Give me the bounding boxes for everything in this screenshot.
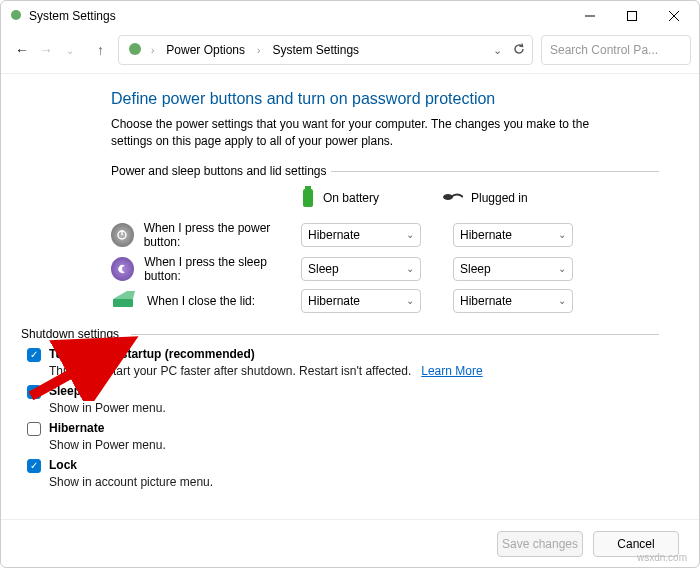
minimize-button[interactable]: [569, 1, 611, 31]
column-headers: On battery Plugged in: [111, 186, 659, 211]
address-bar[interactable]: › Power Options › System Settings ⌄: [118, 35, 533, 65]
app-icon: [9, 8, 23, 25]
lock-option-desc: Show in account picture menu.: [49, 475, 659, 489]
chevron-down-icon: ⌄: [558, 263, 566, 274]
section-power-label: Power and sleep buttons and lid settings: [111, 164, 659, 178]
setting-row-sleep-button: When I press the sleep button: Sleep⌄ Sl…: [111, 255, 659, 283]
power-icon: [111, 223, 134, 247]
svg-rect-11: [113, 299, 133, 307]
chevron-right-icon[interactable]: ›: [149, 45, 156, 56]
svg-point-0: [11, 10, 21, 20]
fast-startup-checkbox[interactable]: ✓: [27, 348, 41, 362]
column-plugged-label: Plugged in: [471, 191, 528, 205]
sleep-button-plugged-select[interactable]: Sleep⌄: [453, 257, 573, 281]
chevron-down-icon: ⌄: [406, 229, 414, 240]
lock-checkbox[interactable]: ✓: [27, 459, 41, 473]
refresh-icon[interactable]: [512, 42, 526, 59]
lid-battery-select[interactable]: Hibernate⌄: [301, 289, 421, 313]
address-bar-icon: [127, 41, 143, 60]
sleep-checkbox[interactable]: ✓: [27, 385, 41, 399]
search-input[interactable]: Search Control Pa...: [541, 35, 691, 65]
power-button-plugged-select[interactable]: Hibernate⌄: [453, 223, 573, 247]
svg-rect-2: [628, 12, 637, 21]
sleep-button-battery-select[interactable]: Sleep⌄: [301, 257, 421, 281]
sleep-icon: [111, 257, 134, 281]
chevron-down-icon: ⌄: [558, 295, 566, 306]
row-label: When I close the lid:: [147, 294, 255, 308]
battery-icon: [301, 186, 315, 211]
breadcrumb-item[interactable]: Power Options: [162, 41, 249, 59]
window-titlebar: System Settings: [1, 1, 699, 31]
main-content: Define power buttons and turn on passwor…: [1, 74, 699, 511]
plug-icon: [441, 190, 463, 207]
learn-more-link[interactable]: Learn More: [421, 364, 482, 378]
svg-point-5: [129, 43, 141, 55]
column-battery-label: On battery: [323, 191, 379, 205]
chevron-down-icon: ⌄: [406, 295, 414, 306]
svg-rect-7: [303, 189, 313, 207]
up-button[interactable]: ↑: [91, 42, 110, 58]
save-button[interactable]: Save changes: [497, 531, 583, 557]
maximize-button[interactable]: [611, 1, 653, 31]
page-heading: Define power buttons and turn on passwor…: [111, 90, 659, 108]
close-button[interactable]: [653, 1, 695, 31]
hibernate-checkbox[interactable]: [27, 422, 41, 436]
lid-plugged-select[interactable]: Hibernate⌄: [453, 289, 573, 313]
nav-bar: ← → ⌄ ↑ › Power Options › System Setting…: [1, 31, 699, 74]
hibernate-option-desc: Show in Power menu.: [49, 438, 659, 452]
chevron-down-icon[interactable]: ⌄: [493, 44, 502, 57]
watermark: wsxdn.com: [637, 552, 687, 563]
lock-option-label: Lock: [49, 458, 77, 472]
section-shutdown-label: Shutdown settings: [21, 327, 659, 341]
fast-startup-desc: This helps start your PC faster after sh…: [49, 364, 411, 378]
search-placeholder: Search Control Pa...: [550, 43, 658, 57]
breadcrumb-item[interactable]: System Settings: [268, 41, 363, 59]
lid-icon: [111, 289, 137, 312]
forward-button[interactable]: →: [37, 41, 55, 59]
window-title: System Settings: [29, 9, 116, 23]
recent-dropdown-icon[interactable]: ⌄: [61, 41, 79, 59]
chevron-down-icon: ⌄: [558, 229, 566, 240]
row-label: When I press the power button:: [144, 221, 301, 249]
chevron-down-icon: ⌄: [406, 263, 414, 274]
chevron-right-icon[interactable]: ›: [255, 45, 262, 56]
dialog-footer: Save changes Cancel: [1, 519, 699, 567]
svg-rect-6: [305, 186, 311, 189]
setting-row-lid: When I close the lid: Hibernate⌄ Hiberna…: [111, 289, 659, 313]
back-button[interactable]: ←: [13, 41, 31, 59]
fast-startup-label: Turn on fast startup (recommended): [49, 347, 255, 361]
row-label: When I press the sleep button:: [144, 255, 301, 283]
page-description: Choose the power settings that you want …: [111, 116, 631, 150]
hibernate-option-label: Hibernate: [49, 421, 104, 435]
sleep-option-desc: Show in Power menu.: [49, 401, 659, 415]
sleep-option-label: Sleep: [49, 384, 81, 398]
setting-row-power-button: When I press the power button: Hibernate…: [111, 221, 659, 249]
power-button-battery-select[interactable]: Hibernate⌄: [301, 223, 421, 247]
